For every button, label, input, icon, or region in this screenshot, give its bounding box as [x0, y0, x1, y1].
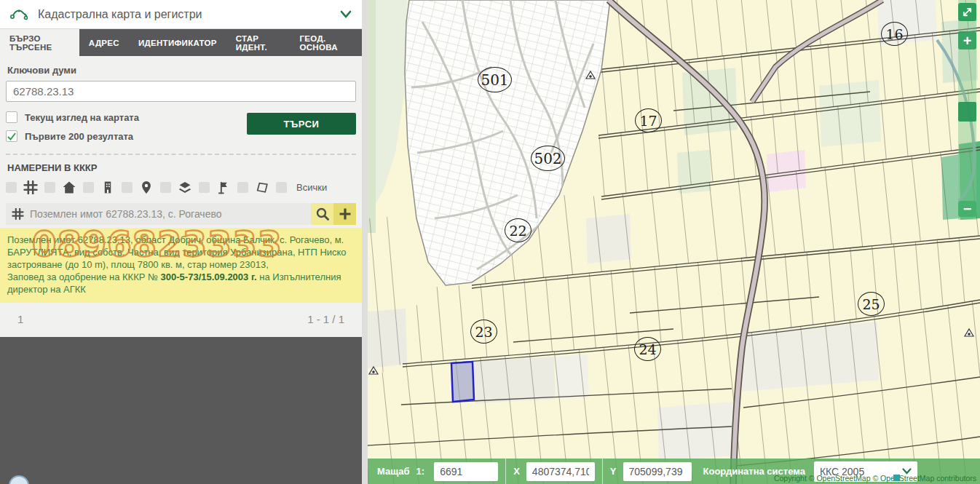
sidebar-footer	[0, 337, 362, 484]
expand-icon	[962, 7, 973, 17]
x-label: X	[513, 466, 520, 477]
region-label-16: 16	[881, 22, 908, 46]
first-200-option[interactable]: Първите 200 резултата	[6, 130, 247, 142]
filter-all-label[interactable]: Всички	[296, 182, 327, 193]
zoom-in-button[interactable]: +	[958, 31, 976, 49]
current-view-checkbox[interactable]	[6, 111, 17, 123]
map-copyright: Copyright © OpenStreetMap © OpenStreetMa…	[774, 474, 976, 483]
tab-identifier[interactable]: ИДЕНТИФИКАТОР	[129, 29, 226, 56]
dashed-divider	[6, 154, 356, 155]
grid-icon	[12, 208, 24, 220]
filter-count-badge[interactable]	[83, 182, 94, 193]
filter-count-badge[interactable]	[276, 182, 287, 193]
region-label-24: 24	[634, 337, 661, 361]
y-label: Y	[610, 466, 617, 477]
add-result-button[interactable]	[333, 203, 356, 225]
result-row[interactable]: Поземлен имот 62788.23.13, с. Рогачево	[6, 203, 356, 225]
selected-parcel[interactable]	[451, 362, 474, 402]
building-icon[interactable]	[100, 180, 115, 194]
filter-count-badge[interactable]	[237, 182, 248, 193]
first-200-label: Първите 200 резултата	[25, 131, 133, 142]
search-button[interactable]: ТЪРСИ	[247, 113, 356, 135]
app-header[interactable]: Кадастрална карта и регистри	[0, 0, 362, 29]
zoom-out-button[interactable]: −	[958, 201, 976, 217]
filter-count-badge[interactable]	[122, 182, 133, 193]
sidebar: Кадастрална карта и регистри БЪРЗО ТЪРСЕ…	[0, 0, 362, 484]
search-icon	[315, 207, 330, 221]
filter-count-badge[interactable]	[199, 182, 210, 193]
search-panel: Ключови думи Текущ изглед на картата Пър…	[0, 56, 362, 337]
tab-quick-search[interactable]: БЪРЗО ТЪРСЕНЕ	[0, 29, 79, 56]
current-view-option[interactable]: Текущ изглед на картата	[6, 111, 247, 123]
fullscreen-button[interactable]	[958, 3, 976, 21]
flag-icon[interactable]	[216, 180, 231, 194]
tab-bar: БЪРЗО ТЪРСЕНЕ АДРЕС ИДЕНТИФИКАТОР СТАР И…	[0, 29, 362, 56]
zoom-to-result-button[interactable]	[311, 203, 333, 225]
scale-input[interactable]	[434, 462, 498, 481]
tab-old-ident[interactable]: СТАР ИДЕНТ.	[226, 29, 291, 56]
region-label-17: 17	[635, 108, 662, 132]
region-label-23: 23	[470, 320, 497, 344]
y-coordinate-input[interactable]	[623, 462, 692, 481]
detail-order-number: 300-5-73/15.09.2003 г.	[161, 271, 257, 282]
statusbar-divider	[602, 459, 603, 484]
tab-address[interactable]: АДРЕС	[79, 29, 129, 56]
region-label-25: 25	[858, 292, 885, 316]
house-icon[interactable]	[62, 180, 76, 194]
filter-count-badge[interactable]	[6, 182, 17, 193]
page-number[interactable]: 1	[17, 313, 23, 325]
filter-count-badge[interactable]	[160, 182, 171, 193]
region-label-502: 502	[531, 146, 565, 171]
app-logo-icon	[10, 6, 28, 23]
keywords-label: Ключови думи	[7, 65, 356, 76]
tab-geod-basis[interactable]: ГЕОД. ОСНОВА	[291, 29, 362, 56]
result-detail-block: Поземлен имот 62788.23.13, област Добрич…	[0, 228, 362, 303]
grid-icon[interactable]	[23, 180, 38, 194]
filter-count-badge[interactable]	[44, 182, 55, 193]
map-pin-icon[interactable]	[139, 180, 154, 194]
result-title: Поземлен имот 62788.23.13, с. Рогачево	[30, 208, 311, 220]
region-label-22: 22	[505, 218, 532, 242]
page-range: 1 - 1 / 1	[307, 313, 344, 325]
pagination: 1 1 - 1 / 1	[6, 303, 356, 337]
sidebar-map-divider	[362, 0, 368, 484]
keywords-input[interactable]	[6, 81, 356, 102]
region-label-501: 501	[478, 67, 512, 92]
plus-icon	[339, 207, 352, 221]
cadastral-map-canvas[interactable]	[368, 0, 980, 484]
first-200-checkbox[interactable]	[6, 130, 17, 142]
app-title: Кадастрална карта и регистри	[38, 8, 340, 21]
scale-prefix: 1:	[416, 466, 425, 477]
detail-line2-prefix: Заповед за одобрение на КККР №	[7, 271, 161, 282]
detail-line1: Поземлен имот 62788.23.13, област Добрич…	[7, 234, 347, 270]
scale-label: Мащаб	[377, 466, 410, 477]
footer-logo	[9, 475, 29, 484]
attribution-marker-icon	[893, 475, 900, 481]
zoom-slider-handle[interactable]	[958, 102, 976, 122]
check-icon	[7, 132, 16, 140]
current-view-label: Текущ изглед на картата	[25, 112, 139, 123]
result-filter-bar: Всички	[6, 180, 356, 194]
map-viewport[interactable]: 501 502 16 17 22 23 24 25 + − Мащаб 1: X…	[368, 0, 980, 484]
chevron-down-icon[interactable]	[340, 10, 352, 19]
x-coordinate-input[interactable]	[526, 462, 595, 481]
statusbar-divider	[505, 459, 506, 484]
polygon-icon[interactable]	[255, 180, 269, 194]
layers-icon[interactable]	[178, 180, 192, 194]
results-heading: НАМЕРЕНИ В КККР	[7, 162, 356, 173]
